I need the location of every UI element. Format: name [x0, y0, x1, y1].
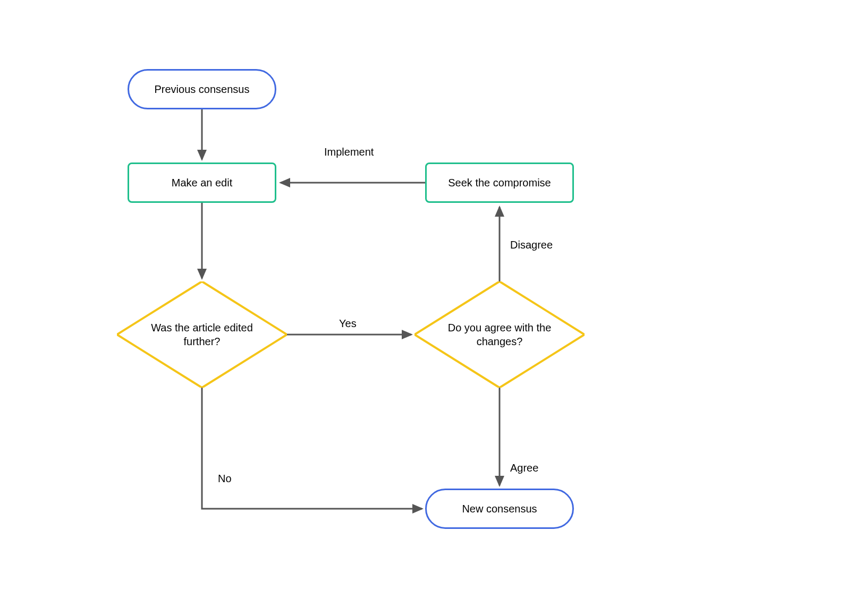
node-label: Previous consensus	[155, 83, 250, 96]
edge-label-yes: Yes	[339, 318, 357, 330]
node-edited-further: Was the article edited further?	[117, 281, 287, 388]
edge-label-implement: Implement	[324, 146, 374, 158]
node-seek-compromise: Seek the compromise	[425, 162, 574, 203]
node-label: Was the article edited further?	[149, 321, 255, 348]
node-new-consensus: New consensus	[425, 489, 574, 529]
arrow-editedfurther-to-newconsensus	[202, 388, 422, 509]
edge-label-disagree: Disagree	[510, 239, 553, 251]
node-label: Seek the compromise	[448, 177, 551, 189]
node-make-edit: Make an edit	[128, 162, 276, 203]
node-label: New consensus	[462, 503, 537, 515]
node-previous-consensus: Previous consensus	[128, 69, 276, 109]
node-agree-changes: Do you agree with the changes?	[414, 281, 585, 388]
edge-label-agree: Agree	[510, 462, 538, 474]
node-label: Do you agree with the changes?	[446, 321, 553, 348]
edge-label-no: No	[218, 473, 232, 485]
node-label: Make an edit	[172, 177, 233, 189]
